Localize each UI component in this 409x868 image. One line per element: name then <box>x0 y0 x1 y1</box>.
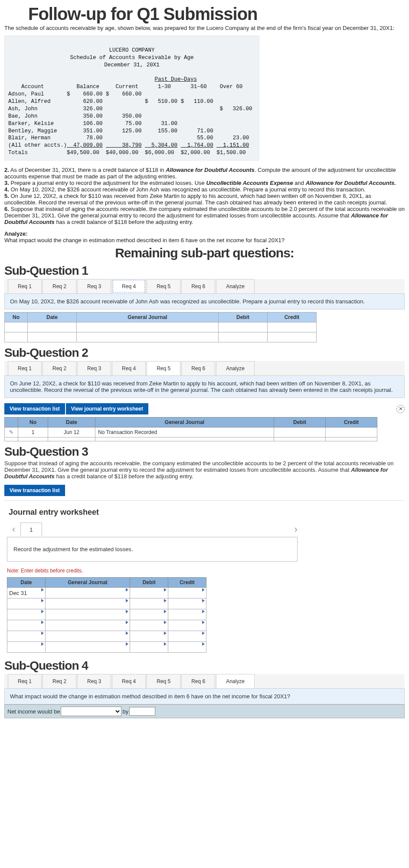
sq1-tabs: Req 1 Req 2 Req 3 Req 4 Req 5 Req 6 Anal… <box>4 279 405 294</box>
tab-req2[interactable]: Req 2 <box>43 674 76 688</box>
ledger-table: LUCERO COMPANYSchedule of Accounts Recei… <box>4 36 259 161</box>
sq1-journal-table: No Date General Journal Debit Credit <box>4 312 317 342</box>
tab-req4[interactable]: Req 4 <box>112 674 146 688</box>
cell-no[interactable] <box>5 322 28 332</box>
tab-req2[interactable]: Req 2 <box>43 279 76 293</box>
intro-text: The schedule of accounts receivable by a… <box>4 25 405 31</box>
sq1-desc: On May 10, 20X2, the $326 account receiv… <box>4 294 405 309</box>
tab-req5[interactable]: Req 5 <box>147 361 180 375</box>
tab-req3[interactable]: Req 3 <box>77 279 111 293</box>
sub-question-1-title: Sub-Question 1 <box>4 264 405 278</box>
cell-no: 1 <box>18 427 48 437</box>
tab-req6[interactable]: Req 6 <box>181 361 215 375</box>
tab-req3[interactable]: Req 3 <box>77 361 111 375</box>
edit-row-icon[interactable]: ✎ <box>5 427 18 437</box>
remaining-title: Remaining sub-part questions: <box>4 246 405 260</box>
sub-question-2-title: Sub-Question 2 <box>4 346 405 360</box>
tab-req1[interactable]: Req 1 <box>8 279 42 293</box>
cell-debit[interactable] <box>219 322 268 332</box>
sub-question-4-title: Sub-Question 4 <box>4 659 405 673</box>
tab-req2[interactable]: Req 2 <box>43 361 76 375</box>
analyze-block: Analyze: What impact would the change in… <box>4 230 405 243</box>
tab-req1[interactable]: Req 1 <box>8 361 42 375</box>
cell-date[interactable] <box>28 322 77 332</box>
cell-credit[interactable] <box>268 322 317 332</box>
cell-date[interactable]: Dec 31 <box>7 588 46 598</box>
sq2-desc: On June 12, 20X2, a check for $110 was r… <box>4 376 405 398</box>
sq2-tabs: Req 1 Req 2 Req 3 Req 4 Req 5 Req 6 Anal… <box>4 361 405 376</box>
answer-line: Net income would be by <box>4 704 405 718</box>
tab-req1[interactable]: Req 1 <box>8 674 42 688</box>
tab-req6[interactable]: Req 6 <box>181 279 215 293</box>
page-number[interactable]: 1 <box>20 523 42 536</box>
tab-req6[interactable]: Req 6 <box>181 674 215 688</box>
cell-debit[interactable] <box>274 427 326 437</box>
view-transaction-list-button[interactable]: View transaction list <box>4 485 65 496</box>
chevron-right-icon[interactable]: › <box>289 522 303 537</box>
tab-analyze[interactable]: Analyze <box>216 361 255 375</box>
numbered-instructions: 2. As of December 31, 20X1, there is a c… <box>4 167 405 225</box>
amount-input[interactable] <box>129 707 155 716</box>
page-title: Follow-up for Q1 Submission <box>28 4 405 24</box>
sq3-journal-table: Date General Journal Debit Credit Dec 31 <box>7 577 206 653</box>
sq4-tabs: Req 1 Req 2 Req 3 Req 4 Req 5 Req 6 Anal… <box>4 674 405 689</box>
view-transaction-list-button[interactable]: View transaction list <box>4 403 65 414</box>
close-icon[interactable]: ✕ <box>396 405 405 413</box>
net-income-select[interactable] <box>61 707 121 716</box>
view-journal-worksheet-button[interactable]: View journal entry worksheet <box>66 403 148 414</box>
tab-analyze[interactable]: Analyze <box>216 279 255 293</box>
cell-gj: No Transaction Recorded <box>95 427 274 437</box>
sq2-journal-table: No Date General Journal Debit Credit ✎ 1… <box>4 417 377 441</box>
tab-req5[interactable]: Req 5 <box>147 279 180 293</box>
sub-question-3-title: Sub-Question 3 <box>4 445 405 459</box>
record-instruction: Record the adjustment for the estimated … <box>7 537 298 562</box>
by-label: by <box>122 708 128 715</box>
tab-req3[interactable]: Req 3 <box>77 674 111 688</box>
net-income-label: Net income would be <box>7 708 60 715</box>
cell-credit[interactable] <box>326 427 377 437</box>
note-text: Note: Enter debits before credits. <box>7 568 402 574</box>
sq3-desc: Suppose that instead of aging the accoun… <box>4 460 405 480</box>
cell-gj[interactable] <box>77 322 219 332</box>
worksheet-title: Journal entry worksheet <box>9 508 402 517</box>
sq4-desc: What impact would the change in estimati… <box>4 689 405 704</box>
tab-req4[interactable]: Req 4 <box>112 279 146 293</box>
cell-date: Jun 12 <box>48 427 95 437</box>
tab-req4[interactable]: Req 4 <box>112 361 146 375</box>
chevron-left-icon[interactable]: ‹ <box>7 522 20 537</box>
tab-req5[interactable]: Req 5 <box>147 674 180 688</box>
tab-analyze[interactable]: Analyze <box>216 674 255 688</box>
